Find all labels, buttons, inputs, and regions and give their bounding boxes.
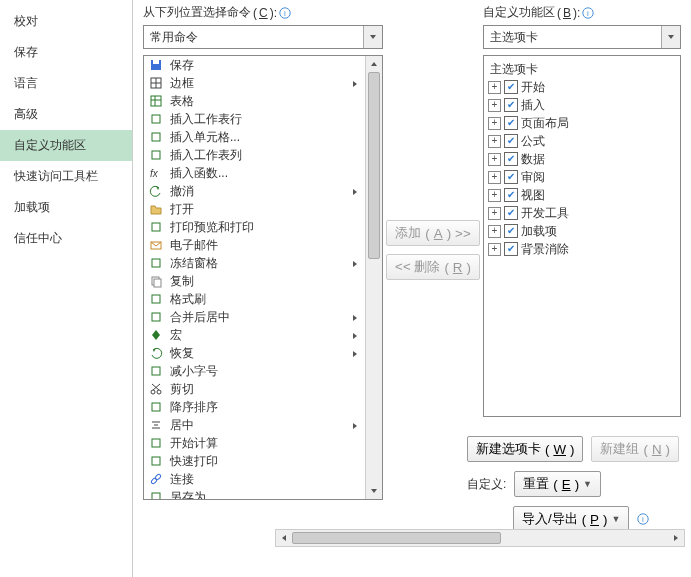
- tree-item[interactable]: +审阅: [486, 168, 678, 186]
- expand-icon[interactable]: +: [488, 99, 501, 112]
- ribbon-tree[interactable]: 主选项卡+开始+插入+页面布局+公式+数据+审阅+视图+开发工具+加载项+背景消…: [483, 55, 681, 417]
- command-item[interactable]: 复制: [144, 272, 365, 290]
- sidebar-item[interactable]: 高级: [0, 99, 132, 130]
- expand-icon[interactable]: +: [488, 135, 501, 148]
- checkbox[interactable]: [504, 116, 518, 130]
- checkbox[interactable]: [504, 170, 518, 184]
- svg-rect-26: [152, 403, 160, 411]
- sidebar-item[interactable]: 信任中心: [0, 223, 132, 254]
- tree-item[interactable]: +开始: [486, 78, 678, 96]
- sidebar-item[interactable]: 保存: [0, 37, 132, 68]
- expand-icon[interactable]: +: [488, 225, 501, 238]
- tree-item[interactable]: +公式: [486, 132, 678, 150]
- sidebar-item[interactable]: 加载项: [0, 192, 132, 223]
- command-label: 边框: [170, 75, 347, 92]
- scroll-down-button[interactable]: [366, 483, 382, 499]
- sidebar-item[interactable]: 快速访问工具栏: [0, 161, 132, 192]
- horizontal-scrollbar[interactable]: [275, 529, 685, 547]
- scrollbar[interactable]: [365, 56, 382, 499]
- sidebar-item[interactable]: 语言: [0, 68, 132, 99]
- expand-icon[interactable]: +: [488, 189, 501, 202]
- command-item[interactable]: 宏: [144, 326, 365, 344]
- dropdown-arrow-icon[interactable]: [661, 26, 680, 48]
- checkbox[interactable]: [504, 224, 518, 238]
- border-icon: [148, 75, 164, 91]
- command-item[interactable]: 打开: [144, 200, 365, 218]
- command-item[interactable]: 插入工作表行: [144, 110, 365, 128]
- tree-item[interactable]: +背景消除: [486, 240, 678, 258]
- new-group-button[interactable]: 新建组(N): [591, 436, 679, 462]
- expand-icon[interactable]: +: [488, 153, 501, 166]
- commands-source-dropdown[interactable]: 常用命令: [143, 25, 383, 49]
- command-item[interactable]: 边框: [144, 74, 365, 92]
- scroll-up-button[interactable]: [366, 56, 382, 72]
- checkbox[interactable]: [504, 98, 518, 112]
- command-item[interactable]: 电子邮件: [144, 236, 365, 254]
- svg-text:i: i: [284, 9, 286, 18]
- remove-button[interactable]: << 删除(R): [386, 254, 480, 280]
- tree-item[interactable]: +插入: [486, 96, 678, 114]
- command-item[interactable]: 另存为: [144, 488, 365, 499]
- expand-icon[interactable]: +: [488, 243, 501, 256]
- scroll-left-button[interactable]: [276, 530, 292, 546]
- checkbox[interactable]: [504, 134, 518, 148]
- tree-item[interactable]: +数据: [486, 150, 678, 168]
- bottom-controls: 新建选项卡(W) 新建组(N) 自定义: 重置(E)▼ 导入/导出(P)▼ i: [467, 436, 679, 532]
- insert-row-icon: [148, 111, 164, 127]
- commands-listbox[interactable]: 保存边框表格插入工作表行插入单元格...插入工作表列fx插入函数...撤消打开打…: [143, 55, 383, 500]
- command-item[interactable]: 降序排序: [144, 398, 365, 416]
- checkbox[interactable]: [504, 80, 518, 94]
- command-item[interactable]: 插入工作表列: [144, 146, 365, 164]
- tree-item[interactable]: +页面布局: [486, 114, 678, 132]
- sidebar-item[interactable]: 校对: [0, 6, 132, 37]
- scroll-track[interactable]: [292, 530, 668, 546]
- command-label: 连接: [170, 471, 361, 488]
- command-item[interactable]: 冻结窗格: [144, 254, 365, 272]
- svg-text:i: i: [587, 9, 589, 18]
- reset-button[interactable]: 重置(E)▼: [514, 471, 601, 497]
- dropdown-arrow-icon[interactable]: [363, 26, 382, 48]
- checkbox[interactable]: [504, 242, 518, 256]
- command-item[interactable]: 格式刷: [144, 290, 365, 308]
- info-icon: i: [637, 513, 649, 525]
- scroll-right-button[interactable]: [668, 530, 684, 546]
- expand-icon[interactable]: +: [488, 207, 501, 220]
- add-button[interactable]: 添加(A) >>: [386, 220, 479, 246]
- expand-icon[interactable]: +: [488, 171, 501, 184]
- submenu-arrow-icon: [353, 346, 361, 360]
- expand-icon[interactable]: +: [488, 81, 501, 94]
- command-label: 打开: [170, 201, 361, 218]
- command-item[interactable]: 快速打印: [144, 452, 365, 470]
- command-label: 打印预览和打印: [170, 219, 361, 236]
- command-item[interactable]: 合并后居中: [144, 308, 365, 326]
- checkbox[interactable]: [504, 152, 518, 166]
- svg-rect-11: [152, 133, 160, 141]
- command-item[interactable]: 居中: [144, 416, 365, 434]
- tree-item[interactable]: +加载项: [486, 222, 678, 240]
- command-item[interactable]: fx插入函数...: [144, 164, 365, 182]
- checkbox[interactable]: [504, 188, 518, 202]
- tree-item-label: 公式: [521, 133, 545, 150]
- command-item[interactable]: 开始计算: [144, 434, 365, 452]
- command-item[interactable]: 撤消: [144, 182, 365, 200]
- checkbox[interactable]: [504, 206, 518, 220]
- command-item[interactable]: 保存: [144, 56, 365, 74]
- command-item[interactable]: 减小字号: [144, 362, 365, 380]
- ribbon-target-dropdown[interactable]: 主选项卡: [483, 25, 681, 49]
- command-item[interactable]: 表格: [144, 92, 365, 110]
- command-item[interactable]: 打印预览和打印: [144, 218, 365, 236]
- sidebar-item[interactable]: 自定义功能区: [0, 130, 132, 161]
- command-item[interactable]: 连接: [144, 470, 365, 488]
- tree-item-label: 审阅: [521, 169, 545, 186]
- tree-item-label: 数据: [521, 151, 545, 168]
- expand-icon[interactable]: +: [488, 117, 501, 130]
- command-item[interactable]: 剪切: [144, 380, 365, 398]
- tree-item[interactable]: +开发工具: [486, 204, 678, 222]
- command-item[interactable]: 插入单元格...: [144, 128, 365, 146]
- scroll-thumb[interactable]: [292, 532, 501, 544]
- command-item[interactable]: 恢复: [144, 344, 365, 362]
- tree-item[interactable]: +视图: [486, 186, 678, 204]
- new-tab-button[interactable]: 新建选项卡(W): [467, 436, 584, 462]
- scroll-track[interactable]: [366, 72, 382, 483]
- scroll-thumb[interactable]: [368, 72, 380, 259]
